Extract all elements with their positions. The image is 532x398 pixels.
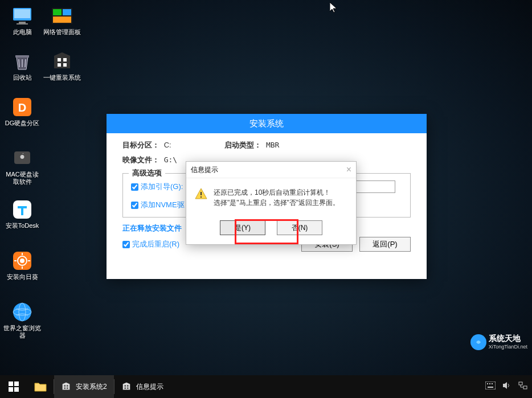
watermark-url: XiTongTianDi.net <box>489 344 527 350</box>
start-button[interactable] <box>0 375 27 398</box>
svg-rect-40 <box>124 387 126 389</box>
target-label: 目标分区： <box>122 140 159 150</box>
diskgenius[interactable]: D DG硬盘分区 <box>2 93 42 145</box>
svg-text:D: D <box>18 101 26 114</box>
icon-label: 安装向日葵 <box>7 273 38 281</box>
warning-icon <box>194 187 208 201</box>
svg-rect-8 <box>15 55 29 58</box>
advanced-legend: 高级选项 <box>129 168 165 178</box>
this-pc[interactable]: 此电脑 <box>2 2 42 48</box>
theworld-browser-icon <box>11 301 34 323</box>
close-icon[interactable]: × <box>346 165 351 175</box>
svg-rect-38 <box>124 385 126 387</box>
icon-label: 回收站 <box>13 74 32 81</box>
taskbar-item-label: 信息提示 <box>136 382 163 392</box>
boot-label: 启动类型： <box>224 140 261 150</box>
modal-text: 还原已完成，10秒后自动重启计算机！ 选择"是"马上重启，选择"否"返回主界面。 <box>214 187 339 208</box>
svg-rect-28 <box>200 196 202 198</box>
explorer-icon[interactable] <box>27 375 54 398</box>
no-button[interactable]: 否(N) <box>277 220 322 235</box>
task-app-icon <box>61 381 71 392</box>
icon-label: 安装ToDesk <box>6 222 39 229</box>
icon-label: 网络管理面板 <box>43 28 81 36</box>
sunlogin[interactable]: 安装向日葵 <box>2 247 42 298</box>
svg-rect-35 <box>67 385 68 387</box>
taskbar: 安装系统2 信息提示 <box>0 375 532 398</box>
desktop: 此电脑 网络管理面板 回收站 一键重装系统 D DG硬盘分区 <box>0 0 532 375</box>
diskgenius-icon: D <box>11 96 34 118</box>
svg-rect-32 <box>9 387 13 392</box>
image-value: G:\ <box>164 155 177 164</box>
info-modal: 信息提示 × 还原已完成，10秒后自动重启计算机！ 选择"是"马上重启，选择"否… <box>186 161 357 245</box>
installer-title: 安装系统 <box>249 118 284 129</box>
back-button[interactable]: 返回(P) <box>359 237 411 252</box>
network-panel-icon <box>51 5 73 27</box>
network-panel[interactable]: 网络管理面板 <box>42 2 82 48</box>
svg-rect-48 <box>523 386 527 389</box>
svg-rect-43 <box>487 383 488 384</box>
svg-rect-5 <box>53 9 62 15</box>
installer-titlebar[interactable]: 安装系统 <box>107 114 427 133</box>
reinstall-os-icon <box>51 50 73 73</box>
svg-rect-33 <box>14 387 19 392</box>
svg-rect-27 <box>200 192 202 195</box>
svg-rect-34 <box>64 385 66 387</box>
svg-point-24 <box>13 303 31 321</box>
tray-network-icon[interactable] <box>518 381 527 392</box>
modal-line-1: 还原已完成，10秒后自动重启计算机！ <box>214 187 339 198</box>
add-boot-label: 添加引导(G): <box>141 182 183 192</box>
reboot-checkbox[interactable] <box>122 241 130 248</box>
todesk-icon <box>11 198 34 221</box>
reinstall-os[interactable]: 一键重装系统 <box>42 48 82 93</box>
this-pc-icon <box>11 5 34 27</box>
svg-rect-41 <box>127 387 129 389</box>
svg-rect-30 <box>9 381 13 386</box>
svg-rect-39 <box>127 385 129 387</box>
icon-label: 世界之窗浏览器 <box>3 325 41 339</box>
modal-line-2: 选择"是"马上重启，选择"否"返回主界面。 <box>214 198 339 208</box>
taskbar-item-label: 安装系统2 <box>76 382 107 392</box>
task-app-icon <box>121 381 132 392</box>
svg-rect-2 <box>19 22 26 23</box>
sunlogin-icon <box>11 249 34 272</box>
add-nvme-checkbox[interactable] <box>131 202 138 209</box>
mac-disk-reader[interactable]: MAC硬盘读取软件 <box>2 145 42 196</box>
taskbar-item-installer[interactable]: 安装系统2 <box>54 375 114 398</box>
svg-rect-37 <box>67 387 68 389</box>
svg-point-19 <box>20 259 24 263</box>
image-label: 映像文件： <box>122 155 159 165</box>
modal-title-text: 信息提示 <box>191 165 218 175</box>
taskbar-item-modal[interactable]: 信息提示 <box>114 375 170 398</box>
tray-keyboard-icon[interactable] <box>485 381 496 392</box>
yes-button[interactable]: 是(Y) <box>220 220 265 235</box>
system-tray <box>485 381 532 392</box>
svg-rect-1 <box>14 9 30 18</box>
svg-rect-42 <box>485 381 496 389</box>
svg-rect-7 <box>53 17 71 23</box>
mac-disk-icon <box>11 147 34 170</box>
todesk[interactable]: 安装ToDesk <box>2 196 42 247</box>
add-boot-checkbox[interactable] <box>131 183 138 191</box>
svg-rect-36 <box>64 387 66 389</box>
svg-rect-46 <box>488 387 493 388</box>
svg-rect-3 <box>17 23 28 24</box>
svg-rect-10 <box>63 58 67 61</box>
icon-label: MAC硬盘读取软件 <box>3 171 41 186</box>
tray-volume-icon[interactable] <box>502 381 511 392</box>
svg-rect-44 <box>489 383 490 384</box>
target-value: C: <box>164 141 171 149</box>
svg-rect-11 <box>58 63 61 67</box>
watermark-title: 系统天地 <box>489 334 521 343</box>
recycle-bin[interactable]: 回收站 <box>2 48 42 93</box>
reboot-label: 完成后重启(R) <box>132 239 179 249</box>
boot-value: MBR <box>266 141 279 149</box>
modal-titlebar[interactable]: 信息提示 × <box>186 162 356 178</box>
svg-rect-47 <box>519 382 522 385</box>
icon-label: 此电脑 <box>13 28 32 36</box>
theworld-browser[interactable]: 世界之窗浏览器 <box>2 298 42 350</box>
cursor-icon <box>330 2 339 16</box>
svg-rect-9 <box>58 58 61 61</box>
svg-rect-6 <box>63 9 71 15</box>
svg-rect-45 <box>492 383 493 384</box>
add-nvme-label: 添加NVME驱 <box>141 200 185 210</box>
